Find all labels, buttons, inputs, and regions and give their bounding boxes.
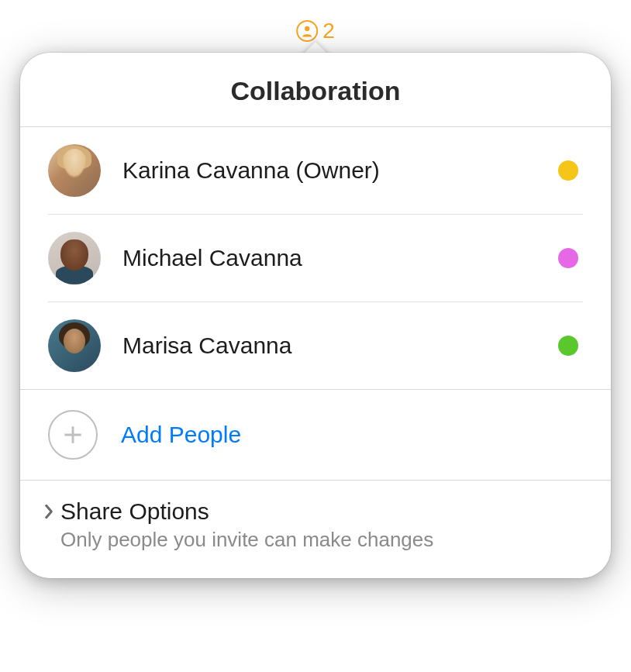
share-options-subtitle: Only people you invite can make changes [60, 527, 433, 553]
svg-point-0 [305, 26, 309, 31]
share-options-title: Share Options [60, 498, 433, 526]
avatar [48, 232, 101, 284]
collaboration-popover: Collaboration Karina Cavanna (Owner) Mic… [20, 53, 611, 578]
avatar [48, 319, 101, 372]
chevron-right-icon [42, 503, 56, 523]
person-icon [296, 20, 318, 42]
share-options-text: Share Options Only people you invite can… [60, 498, 433, 553]
participant-name: Karina Cavanna (Owner) [122, 157, 558, 184]
add-people-label: Add People [121, 422, 241, 448]
plus-icon [48, 410, 98, 460]
presence-dot [558, 160, 578, 181]
participant-name: Michael Cavanna [122, 245, 558, 271]
add-people-button[interactable]: Add People [20, 389, 611, 481]
participants-list: Karina Cavanna (Owner) Michael Cavanna M… [20, 127, 611, 389]
participant-row[interactable]: Michael Cavanna [48, 215, 583, 302]
presence-dot [558, 336, 578, 356]
participant-name: Marisa Cavanna [122, 333, 558, 359]
participant-row[interactable]: Marisa Cavanna [48, 302, 583, 389]
share-options-button[interactable]: Share Options Only people you invite can… [20, 481, 611, 578]
popover-body: Collaboration Karina Cavanna (Owner) Mic… [20, 53, 611, 578]
popover-title: Collaboration [20, 53, 611, 127]
avatar [48, 144, 101, 197]
presence-dot [558, 248, 578, 268]
participant-row[interactable]: Karina Cavanna (Owner) [48, 127, 583, 215]
